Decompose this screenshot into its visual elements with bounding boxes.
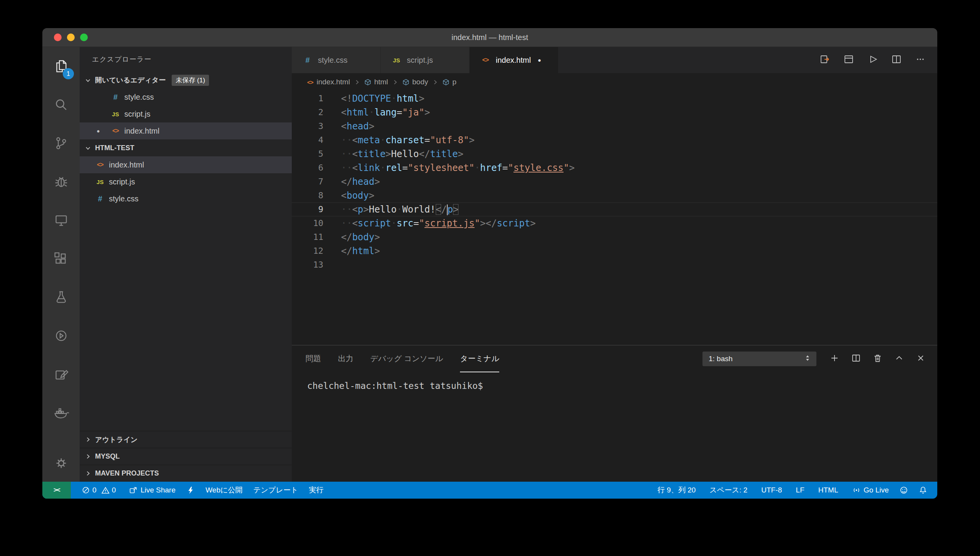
line-text: ··<title>Hello</title> — [323, 147, 463, 161]
minimize-window-button[interactable] — [67, 33, 75, 41]
live-share-status[interactable]: Live Share — [129, 486, 176, 494]
code-line: 1<!DOCTYPE·html> — [292, 92, 937, 106]
zoom-window-button[interactable] — [80, 33, 88, 41]
code-token: head — [352, 176, 375, 187]
remote-indicator[interactable]: >< — [42, 482, 71, 499]
code-token: " — [508, 162, 513, 173]
tree-item[interactable]: <>index.html — [80, 156, 292, 173]
new-terminal-icon[interactable] — [829, 353, 840, 365]
line-text: ··<p>Hello·World!</p> — [323, 203, 458, 216]
open-editor-item[interactable]: ●<>index.html — [80, 122, 292, 139]
activity-search[interactable] — [42, 85, 80, 124]
tab-label: style.css — [318, 56, 348, 65]
activity-bar: 1 — [42, 47, 80, 482]
language-status[interactable]: HTML — [818, 486, 838, 494]
split-editor-icon[interactable] — [891, 54, 902, 66]
code-token: < — [352, 218, 358, 229]
warning-icon — [101, 486, 110, 494]
panel-tab[interactable]: 出力 — [338, 345, 353, 372]
activity-test-explorer[interactable] — [42, 278, 80, 317]
activity-remote-explorer[interactable] — [42, 201, 80, 239]
open-editors-list: #style.cssJSscript.js●<>index.html — [80, 89, 292, 139]
tree-item[interactable]: #style.css — [80, 190, 292, 207]
publish-status[interactable]: Webに公開 — [206, 485, 242, 495]
editor-layout-icon[interactable] — [843, 54, 854, 66]
editor-tab[interactable]: <>index.html● — [470, 47, 558, 73]
code-token: " — [564, 162, 569, 173]
code-token: ·· — [341, 149, 352, 159]
terminal[interactable]: chelchel-mac:html-test tatsuhiko$ — [292, 372, 937, 482]
sidebar-section-header[interactable]: MYSQL — [80, 448, 292, 465]
problems-status[interactable]: 0 0 — [82, 486, 118, 494]
breadcrumb-item[interactable]: html — [364, 78, 388, 86]
editor-tab[interactable]: #style.css — [292, 47, 380, 73]
title-bar[interactable]: index.html — html-test — [42, 28, 937, 47]
open-preview-icon[interactable] — [819, 54, 830, 66]
editor[interactable]: 1<!DOCTYPE·html>2<html·lang="ja">3<head>… — [292, 91, 937, 345]
eol-status[interactable]: LF — [796, 486, 804, 494]
html-file-icon: <> — [94, 161, 106, 168]
code-token: script.js — [425, 218, 475, 229]
activity-explorer[interactable]: 1 — [42, 47, 80, 85]
activity-extensions[interactable] — [42, 239, 80, 278]
close-panel-icon[interactable] — [916, 353, 926, 365]
docker-icon — [53, 405, 69, 421]
encoding-status[interactable]: UTF-8 — [761, 486, 782, 494]
activity-edit-session[interactable] — [42, 355, 80, 394]
cursor-position-status[interactable]: 行 9、列 20 — [657, 485, 696, 495]
chevron-right-icon — [84, 452, 92, 461]
sidebar-section-header[interactable]: アウトライン — [80, 431, 292, 448]
close-window-button[interactable] — [54, 33, 62, 41]
workspace-header[interactable]: HTML-TEST — [80, 139, 292, 156]
panel-tab[interactable]: デバッグ コンソール — [370, 345, 443, 372]
activity-debug[interactable] — [42, 162, 80, 201]
activity-source-control[interactable] — [42, 124, 80, 162]
terminal-select[interactable]: 1: bash — [702, 352, 816, 366]
breadcrumb-item[interactable]: p — [442, 78, 457, 86]
activity-settings[interactable] — [42, 445, 80, 482]
activity-live-share[interactable] — [42, 317, 80, 355]
open-editor-item[interactable]: JSscript.js — [80, 106, 292, 122]
template-status[interactable]: テンプレート — [253, 485, 298, 495]
line-text: <body> — [323, 189, 375, 203]
activity-docker[interactable] — [42, 394, 80, 432]
html-file-icon: <> — [480, 57, 491, 64]
breadcrumb-separator-icon — [392, 79, 398, 85]
line-number: 11 — [292, 230, 323, 244]
bolt-status[interactable] — [186, 486, 195, 494]
select-arrows-icon — [803, 353, 813, 365]
file-name: index.html — [109, 161, 144, 169]
code-line: 3<head> — [292, 119, 937, 133]
editor-tab[interactable]: JSscript.js — [381, 47, 469, 73]
split-terminal-icon[interactable] — [851, 353, 861, 365]
line-text: ··<meta·charset="utf-8"> — [323, 133, 475, 147]
maximize-panel-icon[interactable] — [894, 353, 904, 365]
feedback-status[interactable] — [900, 486, 908, 494]
tree-item[interactable]: JSscript.js — [80, 173, 292, 190]
go-live-status[interactable]: Go Live — [852, 486, 889, 494]
workspace-label: HTML-TEST — [95, 144, 134, 152]
code-token: > — [369, 190, 374, 201]
panel-tab[interactable]: 問題 — [306, 345, 321, 372]
run-icon[interactable] — [867, 54, 878, 66]
run-status[interactable]: 実行 — [309, 485, 323, 495]
code-line: 7</head> — [292, 175, 937, 189]
open-editor-item[interactable]: #style.css — [80, 89, 292, 106]
code-token: "ja" — [402, 107, 425, 118]
open-editors-header[interactable]: 開いているエディター 未保存 (1) — [80, 72, 292, 89]
symbol-icon — [442, 79, 450, 86]
notifications-status[interactable] — [919, 486, 927, 494]
breadcrumb-item[interactable]: <>index.html — [307, 78, 350, 86]
panel-tab[interactable]: ターミナル — [460, 345, 499, 372]
breadcrumb-item[interactable]: body — [402, 78, 428, 86]
more-actions-icon[interactable] — [915, 54, 926, 66]
code-token: = — [502, 162, 508, 173]
workspace-list: <>index.htmlJSscript.js#style.css — [80, 156, 292, 207]
code-token: p — [448, 204, 453, 215]
kill-terminal-icon[interactable] — [873, 353, 883, 365]
edit-session-icon — [53, 366, 69, 382]
publish-label: Webに公開 — [206, 485, 242, 495]
indentation-status[interactable]: スペース: 2 — [709, 485, 747, 495]
live-share-label: Live Share — [140, 486, 176, 494]
sidebar-section-header[interactable]: MAVEN PROJECTS — [80, 465, 292, 482]
